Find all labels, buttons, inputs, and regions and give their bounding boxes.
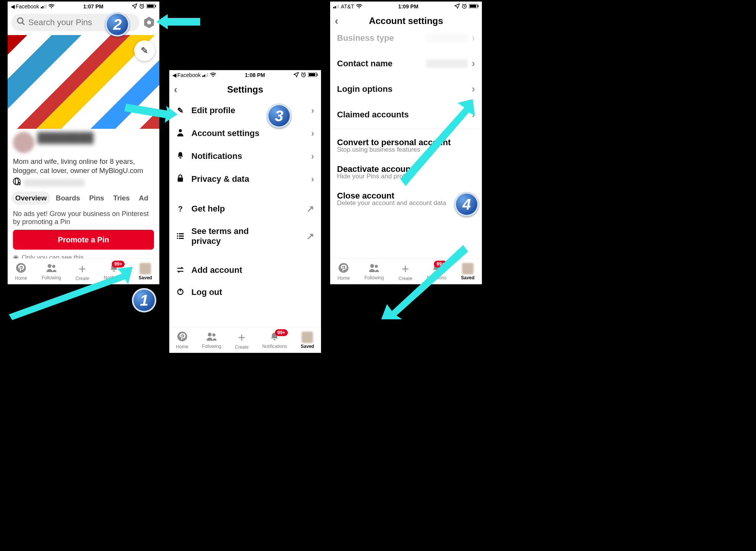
svg-point-25: [212, 333, 215, 336]
settings-screen: ◀ Facebook 1:08 PM ‹ Settings ✎ Edit pro…: [169, 70, 321, 353]
settings-list: ✎ Edit profile › Account settings › Noti…: [169, 99, 321, 297]
nav-header: ‹ Settings: [169, 80, 321, 99]
website-row[interactable]: [8, 178, 159, 192]
list-icon: [176, 232, 185, 241]
search-placeholder: Search your Pins: [28, 18, 92, 27]
row-subtitle: Stop using business features: [330, 146, 482, 160]
promote-pin-button[interactable]: Promote a Pin: [13, 230, 154, 250]
avatar[interactable]: [13, 132, 34, 153]
row-login-options[interactable]: Login options ›: [330, 76, 482, 102]
question-icon: ?: [176, 205, 185, 213]
row-label: Get help: [191, 204, 225, 214]
svg-rect-18: [177, 235, 178, 237]
nav-home[interactable]: Home: [337, 263, 350, 281]
gear-icon: [144, 17, 154, 28]
profile-name-redacted: ████████: [37, 132, 154, 144]
row-account-settings[interactable]: Account settings ›: [169, 122, 321, 145]
row-claimed-accounts[interactable]: Claimed accounts ›: [330, 102, 482, 127]
row-business-type[interactable]: Business type ›: [330, 30, 482, 51]
chevron-right-icon: ›: [472, 58, 475, 69]
svg-point-31: [370, 264, 374, 268]
search-row: Search your Pins: [8, 11, 159, 35]
alarm-icon: [462, 3, 467, 10]
settings-button[interactable]: [143, 16, 156, 29]
people-icon: [206, 332, 217, 343]
row-subtitle: Hide your Pins and profile: [330, 173, 482, 186]
pinterest-icon: [177, 331, 188, 343]
back-button[interactable]: ‹: [174, 83, 177, 96]
svg-rect-20: [177, 238, 178, 239]
row-label: Notifications: [191, 151, 242, 161]
row-log-out[interactable]: Log out: [169, 281, 321, 297]
tab-more[interactable]: Ad: [135, 192, 152, 205]
nav-following[interactable]: Following: [364, 263, 384, 280]
nav-create[interactable]: +Create: [398, 262, 412, 281]
account-settings-screen: AT&T 1:09 PM ‹ Account settings Business…: [330, 2, 482, 284]
back-to-app[interactable]: ◀ Facebook: [172, 72, 201, 78]
row-label: Account settings: [191, 128, 259, 138]
row-get-help[interactable]: ? Get help ↗: [169, 197, 321, 220]
svg-rect-16: [177, 233, 178, 234]
nav-create[interactable]: +Create: [75, 262, 89, 281]
pinterest-icon: [338, 263, 349, 275]
nav-label: Home: [337, 276, 350, 281]
back-button[interactable]: ‹: [335, 15, 338, 27]
search-icon: [17, 17, 25, 28]
nav-saved[interactable]: Saved: [301, 332, 314, 349]
nav-label: Home: [15, 276, 27, 281]
row-label: See terms and privacy: [191, 226, 275, 246]
external-link-icon: ↗: [307, 203, 314, 214]
row-label: Add account: [191, 265, 242, 275]
edit-fab[interactable]: ✎: [134, 40, 155, 61]
nav-notifications[interactable]: 99+Notifications: [262, 332, 287, 349]
signal-icon: [333, 5, 339, 8]
tab-pins[interactable]: Pins: [85, 192, 108, 205]
nav-label: Home: [176, 344, 188, 349]
nav-saved[interactable]: Saved: [139, 263, 152, 280]
nav-saved[interactable]: Saved: [461, 263, 474, 280]
svg-rect-13: [317, 74, 318, 76]
tab-boards[interactable]: Boards: [52, 192, 84, 205]
tab-tries[interactable]: Tries: [109, 192, 133, 205]
nav-home[interactable]: Home: [15, 263, 27, 281]
svg-rect-19: [179, 235, 184, 237]
row-terms[interactable]: See terms and privacy ↗: [169, 220, 321, 252]
page-title: Settings: [227, 84, 263, 95]
alarm-icon: [301, 72, 306, 78]
nav-notifications[interactable]: 99+Notificat...: [104, 263, 124, 280]
nav-notifications[interactable]: 99+N...ations: [427, 263, 446, 280]
row-edit-profile[interactable]: ✎ Edit profile ›: [169, 99, 321, 122]
saved-avatar-icon: [302, 332, 313, 343]
nav-label: N...ations: [427, 275, 446, 280]
svg-rect-28: [470, 5, 476, 8]
nav-create[interactable]: +Create: [235, 331, 249, 350]
svg-point-14: [179, 129, 182, 132]
nav-home[interactable]: Home: [176, 331, 188, 349]
power-icon: [176, 288, 185, 297]
notification-badge: 99+: [112, 261, 125, 267]
website-redacted: [24, 179, 85, 187]
svg-rect-2: [147, 5, 154, 8]
row-privacy[interactable]: Privacy & data ›: [169, 168, 321, 191]
carrier-label: AT&T: [341, 3, 354, 10]
nav-following[interactable]: Following: [202, 332, 222, 349]
external-link-icon: ↗: [307, 231, 314, 242]
clock: 1:09 PM: [398, 3, 418, 10]
nav-following[interactable]: Following: [42, 263, 61, 280]
globe-check-icon: [13, 178, 21, 188]
row-add-account[interactable]: Add account: [169, 259, 321, 281]
divider: [330, 129, 482, 129]
nav-label: Saved: [461, 275, 474, 280]
pins-collage: ✎: [8, 35, 159, 129]
row-contact-name[interactable]: Contact name ›: [330, 51, 482, 76]
row-notifications[interactable]: Notifications ›: [169, 145, 321, 168]
people-icon: [46, 263, 57, 274]
wifi-icon: [356, 3, 362, 10]
back-to-app[interactable]: ◀ Facebook: [11, 3, 39, 10]
svg-rect-17: [179, 233, 184, 234]
clock: 1:07 PM: [83, 3, 103, 10]
wifi-icon: [48, 3, 55, 10]
back-app-label: Facebook: [16, 3, 39, 10]
step-badge-3: 3: [267, 104, 291, 128]
tab-overview[interactable]: Overview: [11, 192, 50, 205]
